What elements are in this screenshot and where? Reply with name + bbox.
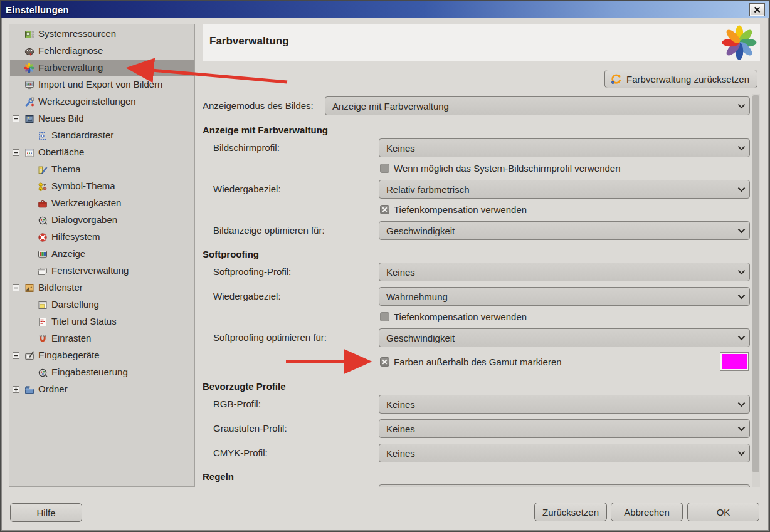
- unchecked-checkbox[interactable]: [380, 164, 389, 173]
- sidebar-item-oberflache[interactable]: Oberfläche: [10, 144, 194, 161]
- footer-separator: [1, 489, 769, 489]
- unchecked-checkbox[interactable]: [380, 312, 389, 321]
- chevron-down-icon: [733, 269, 749, 275]
- checkbox-label: Tiefenkompensation verwenden: [394, 311, 527, 322]
- help-button-label: Hilfe: [36, 508, 55, 518]
- sidebar-item-thema[interactable]: Thema: [10, 161, 194, 178]
- expand-icon[interactable]: [13, 386, 19, 393]
- ok-button[interactable]: OK: [687, 503, 759, 521]
- section-header-softproofing: Softproofing: [203, 249, 259, 259]
- sidebar-item-systemressourcen[interactable]: Systemressourcen: [10, 26, 194, 43]
- chevron-down-icon: [733, 294, 749, 300]
- sidebar-item-darstellung[interactable]: Darstellung: [10, 296, 194, 313]
- field-label-anzeigemodus-des-bildes: Anzeigemodus des Bildes:: [203, 96, 314, 115]
- sidebar-item-werkzeugkasten[interactable]: Werkzeugkasten: [10, 195, 194, 212]
- sidebar-item-label: Dialogvorgaben: [51, 214, 117, 225]
- preferences-window: Einstellungen SystemressourcenFehlerdiag…: [0, 0, 770, 532]
- chevron-down-icon: [733, 335, 749, 341]
- gamut-warning-color-button[interactable]: [720, 352, 749, 371]
- dropdown-value: Keines: [379, 399, 733, 410]
- help-button[interactable]: Hilfe: [10, 503, 82, 522]
- field-label-wiedergabeziel: Wiedergabeziel:: [213, 180, 281, 199]
- checkbox-row-tiefenkompensation-verwenden[interactable]: Tiefenkompensation verwenden: [380, 204, 527, 215]
- sidebar-item-eingabegerate[interactable]: Eingabegeräte: [10, 347, 194, 364]
- collapse-icon[interactable]: [13, 149, 19, 156]
- checkbox-row-wenn-moglich-das-system-bildschirmprofil-verwenden[interactable]: Wenn möglich das System-Bildschirmprofil…: [380, 163, 621, 174]
- close-button[interactable]: [749, 3, 765, 16]
- sidebar-item-import-und-export-von-bildern[interactable]: Import und Export von Bildern: [10, 76, 194, 93]
- page-title: Farbverwaltung: [209, 35, 289, 48]
- sidebar-item-dialogvorgaben[interactable]: Dialogvorgaben: [10, 212, 194, 229]
- sidebar-item-label: Fehlerdiagnose: [38, 45, 103, 56]
- section-header-anzeige-mit-farbverwaltung: Anzeige mit Farbverwaltung: [203, 125, 328, 135]
- sidebar-item-standardraster[interactable]: Standardraster: [10, 127, 194, 144]
- dropdown-softproofing-profil[interactable]: Keines: [379, 263, 750, 281]
- checkbox-label: Wenn möglich das System-Bildschirmprofil…: [394, 163, 621, 174]
- image-window-icon: [24, 283, 34, 293]
- checked-checkbox[interactable]: [380, 205, 389, 214]
- titlebar[interactable]: Einstellungen: [1, 1, 769, 18]
- sidebar-item-label: Farbverwaltung: [38, 62, 103, 73]
- dropdown-anzeigemodus-des-bildes[interactable]: Anzeige mit Farbverwaltung: [325, 96, 750, 115]
- cancel-button-label: Abbrechen: [624, 507, 670, 518]
- interface-window-icon: [24, 147, 34, 158]
- field-label-cmyk-profil: CMYK-Profil:: [213, 444, 268, 462]
- reset-color-management-button[interactable]: Farbverwaltung zurücksetzen: [604, 70, 757, 88]
- dropdown-bildschirmprofil[interactable]: Keines: [379, 138, 750, 157]
- field-label-graustufen-profil: Graustufen-Profil:: [213, 419, 287, 438]
- sidebar-item-hilfesystem[interactable]: Hilfesystem: [10, 229, 194, 246]
- chevron-down-icon: [733, 402, 749, 407]
- sidebar-item-label: Werkzeugkasten: [51, 197, 121, 208]
- sidebar-item-anzeige[interactable]: Anzeige: [10, 246, 194, 263]
- collapse-icon[interactable]: [13, 115, 19, 122]
- checkbox-row-farben-ausserhalb-des-gamut-markieren[interactable]: Farben außerhalb des Gamut markieren: [380, 357, 562, 367]
- import-export-icon: [24, 80, 34, 90]
- reset-button[interactable]: Zurücksetzen: [534, 503, 607, 521]
- collapse-icon[interactable]: [13, 284, 19, 291]
- dropdown-bildanzeige-optimieren-fur[interactable]: Geschwindigkeit: [379, 221, 750, 240]
- sidebar-item-titel-und-status[interactable]: Titel und Status: [10, 313, 194, 330]
- chevron-down-icon: [733, 187, 749, 192]
- sidebar-item-label: Titel und Status: [51, 316, 117, 326]
- dropdown-value: Anzeige mit Farbverwaltung: [325, 101, 733, 112]
- gamut-warning-color: [722, 354, 747, 369]
- sidebar-item-label: Import und Export von Bildern: [38, 79, 162, 90]
- dropdown-wiedergabeziel[interactable]: Wahrnehmung: [379, 287, 750, 306]
- sidebar-item-label: Systemressourcen: [38, 28, 116, 39]
- dropdown-wiedergabeziel[interactable]: Relativ farbmetrisch: [379, 180, 750, 199]
- dropdown-rgb-profil[interactable]: Keines: [379, 395, 750, 414]
- dropdown-graustufen-profil[interactable]: Keines: [379, 419, 750, 438]
- sidebar-item-label: Ordner: [38, 383, 68, 394]
- scrollbar-thumb[interactable]: [752, 95, 759, 472]
- chevron-down-icon: [733, 228, 749, 234]
- checked-checkbox[interactable]: [380, 357, 389, 367]
- sidebar-item-bildfenster[interactable]: Bildfenster: [10, 279, 194, 296]
- sidebar-item-farbverwaltung[interactable]: Farbverwaltung: [10, 60, 194, 76]
- sidebar-item-label: Anzeige: [51, 248, 85, 259]
- ok-button-label: OK: [717, 507, 730, 518]
- sidebar-item-neues-bild[interactable]: Neues Bild: [10, 110, 194, 127]
- dropdown-cmyk-profil[interactable]: Keines: [379, 444, 750, 462]
- checkbox-row-tiefenkompensation-verwenden[interactable]: Tiefenkompensation verwenden: [380, 311, 527, 322]
- dropdown-softproofing-optimieren-fur[interactable]: Geschwindigkeit: [379, 328, 750, 347]
- collapse-icon[interactable]: [13, 352, 19, 359]
- cancel-button[interactable]: Abbrechen: [611, 503, 683, 521]
- sidebar-item-fensterverwaltung[interactable]: Fensterverwaltung: [10, 263, 194, 279]
- grid-icon: [37, 130, 48, 141]
- toolbox-icon: [37, 198, 48, 209]
- help-lifebuoy-icon: [37, 232, 48, 243]
- dropdown-regeln-partial[interactable]: [379, 484, 750, 487]
- checkbox-label: Farben außerhalb des Gamut markieren: [394, 357, 562, 367]
- content-pane: Farbverwaltung Farbverwaltung zurücksetz…: [203, 24, 760, 487]
- dialog-defaults-icon: [37, 215, 48, 226]
- sidebar-item-werkzeugeinstellungen[interactable]: Werkzeugeinstellungen: [10, 93, 194, 110]
- reset-button-label: Farbverwaltung zurücksetzen: [626, 74, 749, 85]
- sidebar-item-symbol-thema[interactable]: Symbol-Thema: [10, 178, 194, 195]
- vertical-scrollbar[interactable]: [752, 94, 760, 487]
- dropdown-value: Keines: [379, 424, 733, 434]
- dropdown-value: Keines: [379, 143, 733, 154]
- sidebar-item-fehlerdiagnose[interactable]: Fehlerdiagnose: [10, 43, 194, 60]
- sidebar-item-eingabesteuerung[interactable]: Eingabesteuerung: [10, 364, 194, 381]
- sidebar-item-ordner[interactable]: Ordner: [10, 381, 194, 398]
- sidebar-item-einrasten[interactable]: Einrasten: [10, 330, 194, 347]
